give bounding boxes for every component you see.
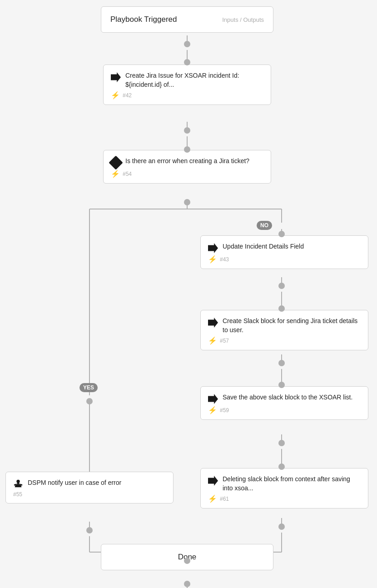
action-icon-59 (208, 394, 218, 404)
action-icon-43 (208, 243, 218, 253)
node-54-id: #54 (123, 171, 132, 177)
lightning-icon-57: ⚡ (208, 337, 217, 344)
no-label: NO (257, 221, 272, 230)
connector-9 (278, 360, 285, 366)
svg-rect-27 (14, 484, 16, 486)
node-43-id: #43 (220, 256, 229, 263)
lightning-icon-59: ⚡ (208, 407, 217, 414)
node-57-title: Create Slack block for sending Jira tick… (223, 317, 361, 334)
node-54[interactable]: Is there an error when creating a Jira t… (103, 150, 271, 184)
connector-8 (278, 305, 285, 312)
connector-2 (184, 59, 190, 65)
svg-rect-28 (20, 484, 23, 486)
node-55[interactable]: DSPM notify user in case of error #55 (5, 472, 174, 503)
lightning-icon-61: ⚡ (208, 495, 217, 503)
node-61[interactable]: Deleting slack block from context after … (200, 468, 368, 508)
connector-3 (184, 127, 190, 134)
connector-merge (184, 558, 190, 564)
node-43[interactable]: Update Incident Details Field ⚡ #43 (200, 235, 368, 269)
yes-label: YES (79, 383, 98, 392)
node-57[interactable]: Create Slack block for sending Jira tick… (200, 310, 368, 350)
canvas: Playbook Triggered Inputs / Outputs Crea… (0, 0, 377, 588)
lightning-icon-43: ⚡ (208, 256, 217, 263)
connector-11 (278, 440, 285, 446)
svg-point-26 (16, 480, 20, 483)
action-icon-61 (208, 476, 218, 486)
lightning-icon-54: ⚡ (111, 170, 120, 178)
action-icon-57 (208, 318, 218, 328)
node-42[interactable]: Create Jira Issue for XSOAR incident Id:… (103, 65, 271, 105)
node-57-id: #57 (220, 338, 229, 344)
node-42-id: #42 (123, 92, 132, 99)
node-61-title: Deleting slack block from context after … (223, 475, 361, 493)
connector-7 (278, 283, 285, 289)
connector-5 (184, 199, 190, 205)
node-59[interactable]: Save the above slack block to the XSOAR … (200, 386, 368, 420)
connector-12 (278, 463, 285, 470)
action-icon-42 (111, 72, 121, 82)
connector-4 (184, 146, 190, 153)
connector-6 (278, 231, 285, 237)
connector-done-bottom (184, 581, 190, 587)
node-54-title: Is there an error when creating a Jira t… (125, 157, 249, 166)
node-59-title: Save the above slack block to the XSOAR … (223, 393, 352, 402)
connector-14 (86, 398, 93, 404)
node-59-id: #59 (220, 407, 229, 414)
person-icon-55 (13, 478, 23, 488)
connector-15 (86, 527, 93, 533)
trigger-node[interactable]: Playbook Triggered Inputs / Outputs (101, 6, 273, 33)
connector-10 (278, 382, 285, 388)
done-node[interactable]: Done (101, 544, 273, 570)
lightning-icon-42: ⚡ (111, 92, 120, 99)
node-61-id: #61 (220, 496, 229, 502)
node-55-title: DSPM notify user in case of error (28, 478, 121, 488)
trigger-title: Playbook Triggered (110, 15, 177, 24)
condition-icon-54 (109, 155, 123, 169)
trigger-link[interactable]: Inputs / Outputs (222, 16, 264, 23)
connector-1 (184, 41, 190, 47)
node-42-title: Create Jira Issue for XSOAR incident Id:… (125, 71, 263, 89)
node-43-title: Update Incident Details Field (223, 242, 304, 251)
node-55-id: #55 (13, 491, 22, 498)
connector-13 (278, 523, 285, 530)
